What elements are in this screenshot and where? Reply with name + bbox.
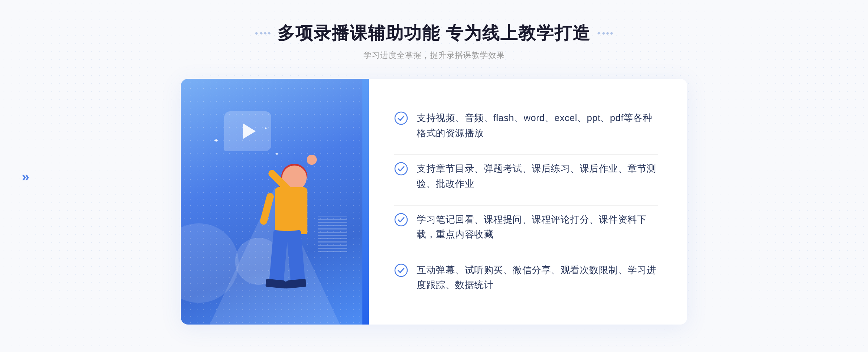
person-leg-left: [269, 230, 288, 286]
left-illustration-panel: ✦ ✦ ✦: [181, 79, 369, 325]
page-chevron-left-decoration: »: [22, 170, 27, 184]
person-hand-right: [307, 155, 317, 165]
feature-item-3: 学习笔记回看、课程提问、课程评论打分、课件资料下载，重点内容收藏: [394, 205, 658, 249]
feature-text-4: 互动弹幕、试听购买、微信分享、观看次数限制、学习进度跟踪、数据统计: [417, 263, 658, 293]
page-container: » 多项录播课辅助功能 专为线上教学打造 学习进度全掌握，提升录播课教学效果: [0, 0, 868, 352]
person-shoe-right: [285, 279, 306, 289]
decoration-dot-4: [268, 32, 271, 35]
person-torso: [275, 187, 307, 234]
accent-bar: [362, 79, 369, 325]
person-illustration: [224, 144, 326, 325]
feature-text-2: 支持章节目录、弹题考试、课后练习、课后作业、章节测验、批改作业: [417, 161, 658, 191]
decoration-dot-1: [255, 32, 258, 35]
main-title: 多项录播课辅助功能 专为线上教学打造: [277, 22, 590, 45]
feature-text-1: 支持视频、音频、flash、word、excel、ppt、pdf等各种格式的资源…: [417, 111, 658, 141]
sparkle-1: ✦: [213, 137, 219, 145]
svg-point-3: [395, 264, 407, 276]
subtitle: 学习进度全掌握，提升录播课教学效果: [255, 50, 612, 61]
title-row: 多项录播课辅助功能 专为线上教学打造: [255, 22, 612, 45]
person-leg-right: [286, 230, 306, 286]
header-section: 多项录播课辅助功能 专为线上教学打造 学习进度全掌握，提升录播课教学效果: [255, 22, 612, 61]
feature-item-2: 支持章节目录、弹题考试、课后练习、课后作业、章节测验、批改作业: [394, 154, 658, 198]
check-icon-2: [394, 162, 408, 176]
check-icon-3: [394, 213, 408, 227]
svg-point-1: [395, 163, 407, 175]
check-icon-1: [394, 111, 408, 125]
title-decoration-right: [598, 32, 613, 34]
svg-point-2: [395, 214, 407, 226]
decoration-dot-2: [260, 32, 263, 35]
feature-item-4: 互动弹幕、试听购买、微信分享、观看次数限制、学习进度跟踪、数据统计: [394, 256, 658, 299]
decoration-dot-5: [597, 32, 600, 35]
play-triangle-icon: [243, 123, 256, 139]
feature-item-1: 支持视频、音频、flash、word、excel、ppt、pdf等各种格式的资源…: [394, 104, 658, 147]
title-decoration-left: [255, 32, 270, 34]
right-features-panel: 支持视频、音频、flash、word、excel、ppt、pdf等各种格式的资源…: [369, 79, 687, 325]
decoration-dot-7: [606, 32, 609, 35]
feature-text-3: 学习笔记回看、课程提问、课程评论打分、课件资料下载，重点内容收藏: [417, 212, 658, 242]
person-arm-left: [259, 192, 275, 226]
decoration-dot-8: [610, 32, 613, 35]
decoration-dot-6: [602, 32, 605, 35]
content-area: ✦ ✦ ✦ 支持视频、音频、flash、word、excel、ppt、pdf等各…: [181, 79, 687, 325]
decoration-dot-3: [264, 32, 267, 35]
svg-point-0: [395, 112, 407, 124]
check-icon-4: [394, 263, 408, 277]
person-shoe-left: [265, 279, 287, 289]
